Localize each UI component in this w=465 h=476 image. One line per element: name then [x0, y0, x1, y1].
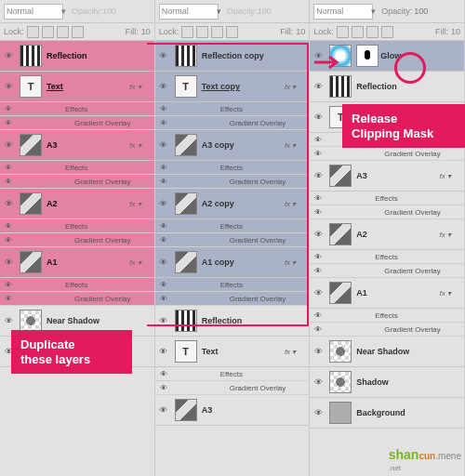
- layer-mask[interactable]: [356, 45, 379, 67]
- layer-row[interactable]: 👁 Background: [310, 398, 464, 429]
- layer-name[interactable]: Near Shadow: [45, 316, 154, 325]
- layer-thumb[interactable]: [329, 165, 352, 187]
- visibility-icon[interactable]: 👁: [310, 194, 326, 203]
- effects-row[interactable]: 👁Effects: [310, 309, 464, 323]
- lock-transparency-icon[interactable]: [337, 26, 349, 38]
- layer-name[interactable]: Glow: [379, 51, 464, 60]
- visibility-icon[interactable]: 👁: [310, 171, 326, 180]
- layer-row[interactable]: 👁T Text fx ▾: [0, 72, 154, 102]
- visibility-icon[interactable]: 👁: [310, 150, 326, 158]
- fx-badge[interactable]: fx ▾: [129, 141, 140, 150]
- layer-thumb[interactable]: [329, 282, 352, 304]
- layer-thumb[interactable]: [329, 340, 352, 363]
- fx-badge[interactable]: fx ▾: [285, 258, 296, 267]
- fx-badge[interactable]: fx ▾: [440, 231, 451, 239]
- layer-thumb[interactable]: [329, 402, 352, 424]
- layer-name[interactable]: Reflection: [200, 316, 310, 325]
- visibility-icon[interactable]: 👁: [155, 405, 172, 415]
- lock-position-icon[interactable]: [366, 26, 379, 38]
- layer-thumb[interactable]: [175, 134, 197, 156]
- layer-thumb[interactable]: [329, 75, 352, 98]
- effect-item[interactable]: 👁Gradient Overlay: [155, 233, 310, 247]
- layer-row[interactable]: 👁 Shadow: [310, 367, 464, 398]
- layer-row[interactable]: 👁 A3 fx ▾: [310, 161, 464, 192]
- visibility-icon[interactable]: 👁: [310, 377, 326, 387]
- visibility-icon[interactable]: 👁: [155, 222, 172, 231]
- layer-row[interactable]: 👁 A1 fx ▾: [310, 278, 464, 309]
- visibility-icon[interactable]: 👁: [0, 222, 17, 231]
- visibility-icon[interactable]: 👁: [310, 51, 326, 60]
- lock-pixels-icon[interactable]: [42, 26, 54, 38]
- layer-row[interactable]: 👁 A3: [155, 395, 310, 426]
- layer-name[interactable]: A3: [200, 405, 310, 415]
- layer-row[interactable]: 👁 A1 copy fx ▾: [155, 247, 310, 278]
- effect-item[interactable]: 👁Gradient Overlay: [155, 381, 310, 395]
- layer-name[interactable]: A2: [45, 199, 129, 208]
- visibility-icon[interactable]: 👁: [310, 347, 326, 356]
- effects-row[interactable]: 👁Effects: [0, 219, 154, 233]
- layer-name[interactable]: Reflection copy: [200, 51, 310, 60]
- effects-row[interactable]: 👁Effects: [310, 250, 464, 264]
- visibility-icon[interactable]: 👁: [0, 281, 17, 289]
- visibility-icon[interactable]: 👁: [0, 140, 17, 150]
- layer-row[interactable]: 👁 Reflection: [155, 306, 310, 337]
- effects-row[interactable]: 👁Effects: [0, 102, 154, 116]
- opacity-value[interactable]: 100: [258, 7, 272, 16]
- layer-name[interactable]: Background: [354, 408, 464, 417]
- layer-row[interactable]: 👁 A3 copy fx ▾: [155, 130, 310, 161]
- visibility-icon[interactable]: 👁: [310, 267, 326, 275]
- layer-thumb[interactable]: T: [175, 340, 197, 363]
- effect-item[interactable]: 👁Gradient Overlay: [155, 175, 310, 189]
- effects-row[interactable]: 👁Effects: [155, 367, 310, 381]
- visibility-icon[interactable]: 👁: [155, 164, 172, 172]
- visibility-icon[interactable]: 👁: [310, 208, 326, 217]
- visibility-icon[interactable]: 👁: [310, 288, 326, 298]
- visibility-icon[interactable]: 👁: [0, 236, 17, 245]
- layer-name[interactable]: Near Shadow: [354, 347, 464, 356]
- layer-name[interactable]: A3 copy: [200, 140, 285, 150]
- layer-row[interactable]: 👁 Reflection: [310, 72, 464, 102]
- layer-row[interactable]: 👁 Near Shadow: [310, 337, 464, 367]
- layer-thumb[interactable]: [20, 192, 42, 215]
- layer-row[interactable]: 👁 A2 copy fx ▾: [155, 189, 310, 219]
- effect-item[interactable]: 👁Gradient Overlay: [0, 116, 154, 130]
- fx-badge[interactable]: fx ▾: [440, 289, 451, 298]
- layer-name[interactable]: Text copy: [200, 82, 285, 91]
- layer-name[interactable]: Reflection: [45, 51, 154, 60]
- dropdown-icon[interactable]: ▾: [217, 7, 221, 16]
- layer-row[interactable]: 👁 A2 fx ▾: [310, 219, 464, 250]
- effect-item[interactable]: 👁Gradient Overlay: [310, 205, 464, 219]
- layer-row[interactable]: 👁 A2 fx ▾: [0, 189, 154, 219]
- visibility-icon[interactable]: 👁: [0, 258, 17, 267]
- layer-row[interactable]: 👁 Reflection: [0, 41, 154, 72]
- layer-name[interactable]: Text: [45, 82, 129, 91]
- visibility-icon[interactable]: 👁: [0, 199, 17, 208]
- visibility-icon[interactable]: 👁: [155, 384, 172, 392]
- effect-item[interactable]: 👁Gradient Overlay: [310, 323, 464, 337]
- visibility-icon[interactable]: 👁: [155, 199, 172, 208]
- layer-row[interactable]: 👁 A1 fx ▾: [0, 247, 154, 278]
- layer-row[interactable]: 👁 A3 fx ▾: [0, 130, 154, 161]
- fill-value[interactable]: 10: [451, 27, 460, 36]
- effects-row[interactable]: 👁Effects: [0, 278, 154, 292]
- layer-thumb[interactable]: [175, 251, 197, 273]
- visibility-icon[interactable]: 👁: [0, 178, 17, 186]
- effect-item[interactable]: 👁Gradient Overlay: [310, 147, 464, 161]
- fill-value[interactable]: 10: [141, 27, 151, 36]
- visibility-icon[interactable]: 👁: [155, 178, 172, 186]
- layer-thumb[interactable]: T: [175, 75, 197, 98]
- visibility-icon[interactable]: 👁: [0, 105, 17, 113]
- layer-thumb[interactable]: [329, 223, 352, 245]
- lock-all-icon[interactable]: [72, 26, 84, 38]
- dropdown-icon[interactable]: ▾: [371, 7, 376, 16]
- lock-transparency-icon[interactable]: [181, 26, 193, 38]
- visibility-icon[interactable]: 👁: [310, 82, 326, 91]
- fx-badge[interactable]: fx ▾: [285, 141, 296, 150]
- effects-row[interactable]: 👁Effects: [0, 161, 154, 175]
- effects-row[interactable]: 👁Effects: [155, 102, 310, 116]
- layer-name[interactable]: A2: [354, 230, 439, 239]
- layer-thumb[interactable]: [20, 45, 42, 67]
- effects-row[interactable]: 👁Effects: [310, 192, 464, 205]
- fill-value[interactable]: 10: [296, 27, 305, 36]
- fx-badge[interactable]: fx ▾: [129, 200, 140, 208]
